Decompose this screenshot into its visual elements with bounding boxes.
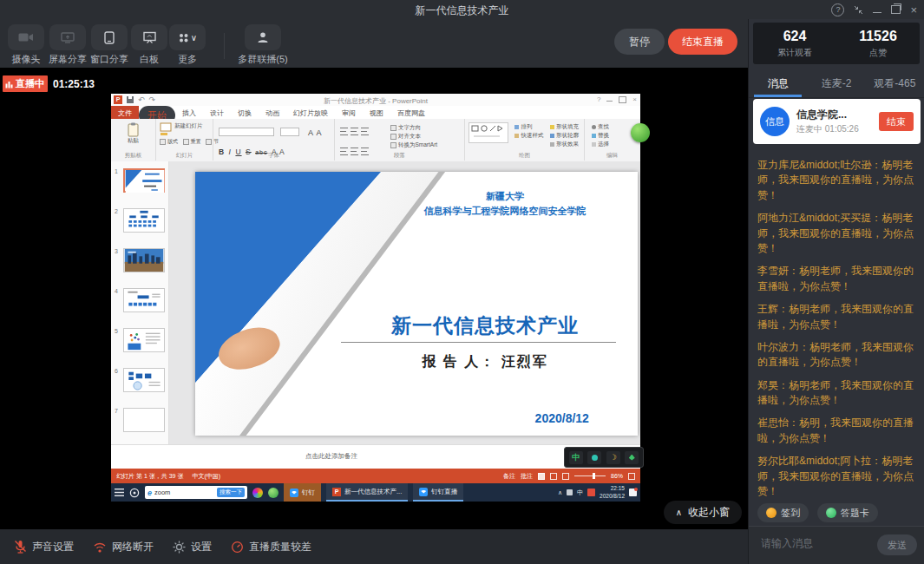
microphone-muted-icon xyxy=(14,540,27,554)
whiteboard-button[interactable]: 白板 xyxy=(128,24,170,66)
ppt-tab-insert: 插入 xyxy=(175,106,203,119)
viewers-count: 624 xyxy=(753,29,836,44)
screen-share-button[interactable]: 屏幕分享 xyxy=(47,24,88,66)
reset-label: 重置 xyxy=(191,139,201,144)
end-mic-button[interactable]: 结束 xyxy=(879,112,914,131)
tray-icon xyxy=(567,489,573,495)
ppt-tab-transitions: 切换 xyxy=(231,106,259,119)
ppt-tab-netdisk: 百度网盘 xyxy=(390,106,432,119)
taskbar-item-powerpoint: P 新一代信息技术产... xyxy=(326,483,408,502)
camera-button[interactable]: 摄像头 xyxy=(5,24,47,66)
align-text-icon xyxy=(390,134,396,140)
bullets-icon xyxy=(340,128,348,135)
search-hint-chip: 搜索一下 xyxy=(217,488,245,497)
thumb-number: 6 xyxy=(115,368,118,374)
pause-button[interactable]: 暂停 xyxy=(614,29,665,55)
dingtalk-live-icon xyxy=(419,488,428,496)
thumb-image xyxy=(123,368,165,392)
send-button[interactable]: 发送 xyxy=(877,534,917,555)
quiz-card-button[interactable]: 答题卡 xyxy=(817,503,878,522)
thumbnail-slide-3: 3 xyxy=(113,248,167,274)
tab-mic-connect[interactable]: 连麦-2 xyxy=(807,71,865,97)
message-input[interactable] xyxy=(759,536,865,550)
end-live-button[interactable]: 结束直播 xyxy=(668,29,737,55)
mic-user-name: 信息学院... xyxy=(796,108,847,122)
grow-shrink-font: A A xyxy=(308,128,323,137)
powerpoint-icon: P xyxy=(114,95,122,104)
shape-fill-icon xyxy=(550,125,554,129)
redo-icon: ↷ xyxy=(149,95,156,104)
help-icon[interactable]: ? xyxy=(831,3,844,16)
new-slide-label: 新建幻灯片 xyxy=(174,122,200,130)
zoom-percent: 86% xyxy=(611,473,623,479)
minimize-icon[interactable] xyxy=(873,12,881,13)
mic-status: 连麦中 01:05:26 xyxy=(796,123,859,135)
ppt-tab-design: 设计 xyxy=(203,106,231,119)
window-share-label: 窗口分享 xyxy=(88,53,130,66)
live-timer: 01:25:13 xyxy=(53,78,95,90)
window-share-button[interactable]: 窗口分享 xyxy=(88,24,130,66)
message-composer: 发送 xyxy=(749,526,924,564)
chat-message-list[interactable]: 亚力库尼&middot;吐尔逊：杨明老师，我来围观你的直播啦，为你点赞！ 阿地力… xyxy=(757,158,919,500)
maximize-icon[interactable] xyxy=(891,5,901,14)
stream-quality-button[interactable]: 直播质量较差 xyxy=(231,540,311,554)
moon-icon: ☽ xyxy=(610,453,617,462)
system-tray: ∧ 中 22:15 2020/8/12 xyxy=(558,485,637,500)
slide-divider-line xyxy=(341,342,615,343)
chat-message: 努尔比耶&middot;阿卜拉：杨明老师，我来围观你的直播啦，为你点赞！ xyxy=(757,454,919,499)
thumb-image xyxy=(123,288,165,312)
tray-date: 2020/8/12 xyxy=(600,493,625,500)
likes-count: 11526 xyxy=(836,29,920,44)
group-label-paragraph: 段落 xyxy=(335,152,464,160)
undo-icon: ↶ xyxy=(138,95,145,104)
ppt-tab-file: 文件 xyxy=(111,106,139,119)
network-status-button[interactable]: 网络断开 xyxy=(93,540,154,554)
ppt-quick-access-bar: P ↶ ↷ 新一代信息技术产业 - PowerPoint ? × xyxy=(111,94,640,106)
save-icon xyxy=(127,96,134,103)
sign-in-icon xyxy=(766,508,777,518)
tab-viewers[interactable]: 观看-465 xyxy=(866,71,924,97)
sign-in-button[interactable]: 签到 xyxy=(757,503,809,522)
settings-button[interactable]: 设置 xyxy=(173,540,212,554)
chat-message: 李雪妍：杨明老师，我来围观你的直播啦，为你点赞！ xyxy=(757,264,919,294)
ribbon-group-slides: 新建幻灯片 版式 重置 节 幻灯片 xyxy=(156,119,213,161)
cortana-icon xyxy=(129,488,140,498)
multi-group-broadcast-button[interactable]: 多群联播(5) xyxy=(234,24,292,66)
shrink-icon[interactable] xyxy=(854,5,863,15)
ppt-tab-review: 审阅 xyxy=(335,106,363,119)
layout-icon xyxy=(160,139,166,145)
video-stage: 直播中 01:25:13 P ↶ ↷ 新一代信息技术产业 - PowerPoin… xyxy=(0,68,748,529)
ppt-ribbon: 粘贴 剪贴板 新建幻灯片 版式 重置 节 幻灯片 xyxy=(111,119,640,162)
app-titlebar: 新一代信息技术产业 ? × xyxy=(0,0,924,20)
thumbnail-slide-5: 5 xyxy=(113,328,167,354)
window-title: 新一代信息技术产业 xyxy=(0,3,924,18)
arrange-icon xyxy=(514,125,519,129)
tab-messages[interactable]: 消息 xyxy=(749,71,807,97)
collapse-window-button[interactable]: ∧ 收起小窗 xyxy=(664,501,742,524)
thumbnail-slide-7: 7 xyxy=(113,408,167,434)
thumb-image xyxy=(123,328,165,352)
group-label-drawing: 绘图 xyxy=(465,152,584,160)
audio-settings-button[interactable]: 声音设置 xyxy=(14,540,74,554)
normal-view-icon xyxy=(538,473,545,480)
shape-outline-icon xyxy=(550,134,554,138)
group-label-font: 字体 xyxy=(213,152,334,160)
bottom-settings-bar: 声音设置 网络断开 设置 直播质量较差 xyxy=(0,529,748,564)
close-icon[interactable]: × xyxy=(910,4,917,16)
gear-icon xyxy=(173,541,186,554)
text-direction-label: 文字方向 xyxy=(398,124,421,130)
reset-icon xyxy=(183,139,189,145)
screen-share-label: 屏幕分享 xyxy=(47,53,88,66)
more-button[interactable]: ∨ 更多 xyxy=(167,24,208,66)
camera-icon xyxy=(8,24,44,50)
chat-message: 王辉：杨明老师，我来围观你的直播啦，为你点赞！ xyxy=(757,302,919,332)
paste-icon xyxy=(128,122,139,137)
thumbnail-slide-1: 1 xyxy=(113,168,167,194)
ppt-status-bar: 幻灯片 第 1 张，共 39 张 中文(中国) 备注 批注 86% xyxy=(111,469,640,483)
ime-skin-key xyxy=(625,451,639,464)
align-text-label: 对齐文本 xyxy=(398,133,421,139)
group-label-editing: 编辑 xyxy=(585,152,639,160)
quick-actions: 签到 答题卡 xyxy=(757,503,878,522)
font-size-box xyxy=(280,128,299,136)
ppt-slide-thumbnails: 1 2 3 4 5 xyxy=(111,161,169,444)
